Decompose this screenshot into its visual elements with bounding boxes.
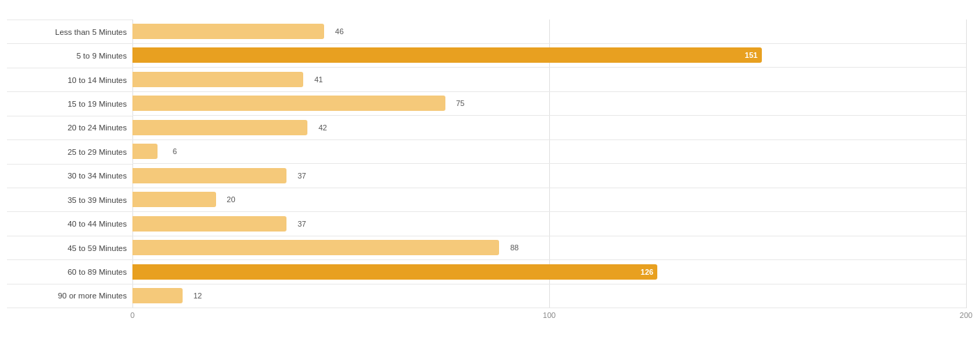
bar-value-label: 41: [314, 75, 323, 84]
bar: 75: [132, 96, 445, 111]
bar: 41: [132, 72, 303, 87]
row-label: Less than 5 Minutes: [55, 28, 127, 36]
labels-column: Less than 5 Minutes5 to 9 Minutes10 to 1…: [7, 20, 132, 308]
bar: 46: [132, 24, 324, 39]
bar-value-label: 37: [298, 172, 306, 180]
label-row: 40 to 44 Minutes: [7, 212, 132, 236]
label-row: 10 to 14 Minutes: [7, 68, 132, 92]
bar: 126: [132, 264, 657, 280]
x-axis-tick: 0: [130, 311, 135, 319]
bar-value-label: 88: [510, 243, 519, 252]
x-axis-tick: 200: [960, 311, 972, 319]
label-row: 5 to 9 Minutes: [7, 44, 132, 68]
bar: 6: [132, 144, 158, 159]
bar-row: 151: [132, 44, 966, 68]
grid-line: [966, 20, 967, 308]
label-row: 20 to 24 Minutes: [7, 116, 132, 140]
bar: 20: [132, 192, 216, 207]
bar-value-label: 126: [641, 268, 653, 276]
bars-column: 4615141754263720378812612: [132, 20, 966, 308]
label-row: Less than 5 Minutes: [7, 20, 132, 44]
row-label: 25 to 29 Minutes: [68, 148, 127, 156]
bar-row: 126: [132, 260, 966, 285]
bar-row: 88: [132, 236, 966, 261]
x-axis-tick: 100: [543, 311, 556, 319]
row-label: 10 to 14 Minutes: [68, 76, 127, 84]
bar-value-label: 46: [335, 27, 344, 36]
row-label: 45 to 59 Minutes: [68, 244, 127, 252]
bar: 37: [132, 168, 286, 183]
row-label: 5 to 9 Minutes: [77, 52, 127, 60]
bar-value-label: 151: [745, 51, 758, 59]
bar-row: 46: [132, 20, 966, 44]
bar: 37: [132, 216, 286, 232]
bar-row: 37: [132, 164, 966, 188]
chart-area: Less than 5 Minutes5 to 9 Minutes10 to 1…: [7, 20, 966, 308]
bar-row: 6: [132, 140, 966, 165]
bar: 42: [132, 120, 307, 135]
row-label: 15 to 19 Minutes: [68, 100, 127, 108]
bar: 88: [132, 240, 499, 255]
chart-container: Less than 5 Minutes5 to 9 Minutes10 to 1…: [0, 0, 980, 364]
bar-row: 42: [132, 116, 966, 140]
label-row: 60 to 89 Minutes: [7, 260, 132, 284]
row-label: 30 to 34 Minutes: [68, 172, 127, 180]
bar-row: 75: [132, 92, 966, 116]
bar-row: 37: [132, 212, 966, 236]
bar: 151: [132, 47, 762, 63]
bar-row: 20: [132, 188, 966, 213]
bar: 12: [132, 288, 183, 303]
bar-value-label: 75: [456, 99, 464, 107]
x-axis: 0100200: [132, 308, 966, 325]
row-label: 40 to 44 Minutes: [68, 220, 127, 228]
bar-value-label: 12: [194, 291, 202, 300]
label-row: 35 to 39 Minutes: [7, 188, 132, 212]
row-label: 90 or more Minutes: [58, 291, 127, 300]
bar-value-label: 6: [173, 147, 177, 156]
label-row: 25 to 29 Minutes: [7, 140, 132, 164]
bar-row: 41: [132, 68, 966, 92]
label-row: 30 to 34 Minutes: [7, 165, 132, 188]
row-label: 60 to 89 Minutes: [68, 268, 127, 276]
bar-value-label: 20: [227, 195, 235, 204]
label-row: 45 to 59 Minutes: [7, 236, 132, 260]
row-label: 20 to 24 Minutes: [68, 123, 127, 132]
bar-value-label: 42: [319, 123, 327, 132]
row-label: 35 to 39 Minutes: [68, 196, 127, 204]
label-row: 15 to 19 Minutes: [7, 92, 132, 116]
bar-row: 12: [132, 285, 966, 309]
label-row: 90 or more Minutes: [7, 285, 132, 308]
bar-value-label: 37: [298, 220, 306, 228]
